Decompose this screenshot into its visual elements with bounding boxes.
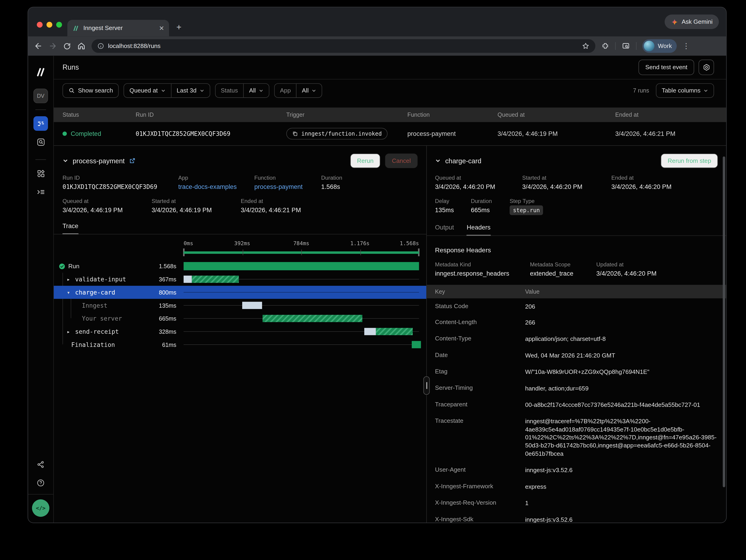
browser-tab[interactable]: Inngest Server ✕ (67, 20, 169, 36)
terminal-list-icon (36, 187, 45, 197)
collapse-chevron-icon[interactable] (62, 158, 68, 164)
dev-code-button[interactable]: </> (32, 499, 50, 517)
runs-icon (37, 119, 45, 128)
pane-resize-handle[interactable] (423, 376, 430, 395)
trace-row-duration: 1.568s (159, 263, 183, 269)
app-filter-dropdown[interactable]: All (296, 84, 322, 97)
site-info-icon[interactable] (97, 43, 104, 49)
tab-output[interactable]: Output (435, 224, 454, 235)
trace-row-duration: 367ms (159, 276, 183, 283)
zoom-window-button[interactable] (56, 22, 62, 27)
header-row-traceparent: Traceparent00-a8bc2f17c4ccce87cc7376e524… (435, 397, 718, 413)
filter-bar: Show search Queued at Last 3d (54, 79, 726, 102)
trace-minimap[interactable] (183, 248, 419, 257)
main-content: Runs Send test event Show search (54, 56, 726, 522)
field-label: App (178, 175, 254, 181)
address-bar[interactable]: localhost:8288/runs (92, 39, 595, 53)
scrollbar-thumb[interactable] (723, 156, 725, 487)
cancel-button[interactable]: Cancel (385, 154, 418, 168)
rail-divider (35, 159, 46, 160)
app-filter-label: App (275, 84, 296, 97)
app-link[interactable]: trace-docs-examples (178, 183, 254, 190)
trace-row-inngest[interactable]: Inngest135ms (54, 299, 426, 312)
header-value: application/json; charset=utf-8 (525, 335, 718, 344)
sidebar-item-functions[interactable] (33, 184, 48, 199)
browser-menu-icon[interactable]: ⋮ (683, 42, 690, 51)
table-columns-button[interactable]: Table columns (656, 83, 714, 98)
axis-label: 1.568s (400, 240, 419, 246)
time-field-dropdown[interactable]: Queued at (124, 84, 171, 97)
header-key: X-Inngest-Framework (435, 483, 525, 491)
trace-row-charge-card[interactable]: ▾charge-card800ms (54, 286, 426, 299)
delay-value: 135ms (435, 206, 471, 214)
search-icon (68, 87, 75, 94)
bookmark-star-icon[interactable] (582, 42, 590, 50)
share-button[interactable] (33, 457, 48, 472)
tab-headers[interactable]: Headers (467, 224, 490, 236)
tab-trace[interactable]: Trace (62, 222, 79, 235)
help-button[interactable] (33, 476, 48, 490)
trace-row-duration: 665ms (159, 315, 183, 322)
sidebar-item-apps[interactable] (33, 166, 48, 181)
field-label: Duration (471, 198, 510, 204)
trace-row-run[interactable]: Run1.568s (54, 260, 426, 273)
ask-gemini-button[interactable]: Ask Gemini (665, 14, 719, 29)
minimize-window-button[interactable] (47, 22, 52, 27)
step-type-chip: step.run (510, 205, 543, 215)
axis-label: 392ms (234, 240, 250, 246)
collapse-chevron-icon[interactable] (435, 158, 441, 164)
forward-button[interactable] (49, 42, 57, 51)
home-button[interactable] (77, 42, 86, 51)
trace-row-send-receipt[interactable]: ▸send-receipt328ms (54, 325, 426, 338)
show-search-button[interactable]: Show search (62, 83, 119, 98)
status-filter-dropdown[interactable]: All (243, 84, 269, 97)
time-range-dropdown[interactable]: Last 3d (171, 84, 210, 97)
inngest-logo-icon (35, 66, 46, 78)
trace-bar-hatch (376, 328, 413, 335)
started-value: 3/4/2026, 4:46:19 PM (151, 206, 240, 214)
header-value: Wed, 04 Mar 2026 21:46:20 GMT (525, 352, 718, 360)
field-label: Metadata Kind (435, 262, 530, 267)
close-window-button[interactable] (37, 22, 43, 27)
sidebar-item-runs[interactable] (33, 116, 48, 131)
header-key: Server-Timing (435, 384, 525, 392)
table-row[interactable]: Completed 01KJXD1TQCZ852GMEX0CQF3D69 inn… (54, 122, 726, 145)
header-key: Status Code (435, 302, 525, 311)
column-key: Key (435, 288, 445, 295)
trace-row-finalization[interactable]: Finalization61ms (54, 338, 426, 351)
sidebar-item-events[interactable] (33, 135, 48, 149)
rerun-from-step-button[interactable]: Rerun from step (661, 154, 718, 168)
profile-chip[interactable]: Work (642, 39, 677, 53)
new-tab-button[interactable]: + (176, 23, 181, 32)
caret-down-icon[interactable]: ▾ (67, 290, 72, 295)
trace-row-your-server[interactable]: Your server665ms (54, 312, 426, 325)
caret-right-icon[interactable]: ▸ (67, 329, 72, 334)
run-id-cell: 01KJXD1TQCZ852GMEX0CQF3D69 (136, 130, 230, 138)
caret-right-icon[interactable]: ▸ (67, 277, 72, 282)
column-ended-at: Ended at (615, 111, 638, 118)
back-button[interactable] (34, 42, 43, 51)
trace-row-label: Your server (82, 315, 122, 322)
env-badge[interactable]: DV (33, 89, 48, 103)
runs-count: 7 runs (633, 87, 649, 94)
trace-row-validate-input[interactable]: ▸validate-input367ms (54, 273, 426, 286)
external-link-icon[interactable] (129, 157, 136, 164)
side-panel-icon[interactable] (622, 42, 630, 51)
rerun-button[interactable]: Rerun (350, 154, 380, 168)
url-text[interactable]: localhost:8288/runs (108, 43, 578, 49)
chevron-down-icon (200, 88, 204, 93)
extensions-icon[interactable] (601, 42, 609, 50)
queued-value: 3/4/2026, 4:46:19 PM (62, 206, 151, 214)
step-duration-value: 665ms (471, 206, 510, 214)
tab-close-icon[interactable]: ✕ (159, 25, 164, 31)
function-link[interactable]: process-payment (254, 183, 321, 190)
trigger-pill[interactable]: inngest/function.invoked (286, 128, 388, 139)
window-controls[interactable] (37, 22, 62, 27)
updated-at-value: 3/4/2026, 4:46:20 PM (596, 270, 657, 277)
send-test-event-button[interactable]: Send test event (638, 59, 694, 75)
show-search-label: Show search (78, 87, 113, 94)
settings-button[interactable] (698, 59, 714, 75)
reload-button[interactable] (63, 42, 71, 50)
header-row-server-timing: Server-Timinghandler, action;dur=659 (435, 380, 718, 397)
field-label: Run ID (62, 175, 178, 181)
